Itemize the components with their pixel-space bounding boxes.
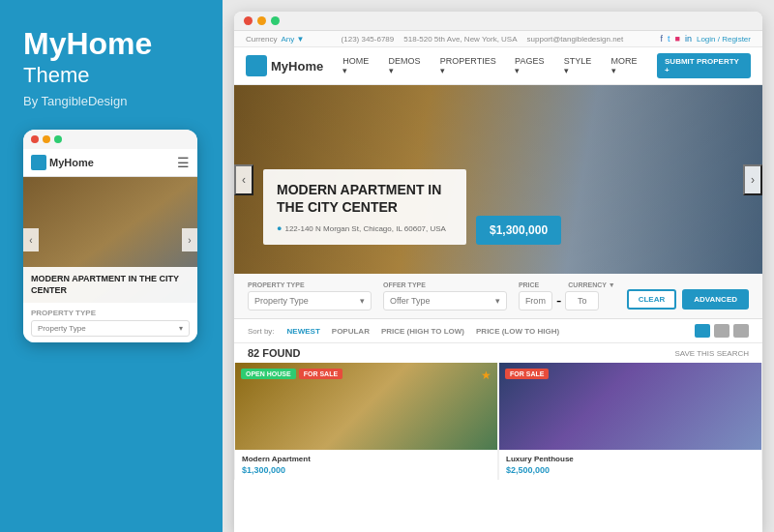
hero-address-text: 122-140 N Morgan St, Chicago, IL 60607, … (284, 224, 446, 233)
mobile-prop-type-label: PROPERTY TYPE (31, 309, 190, 317)
mobile-hero-title: MODERN APARTMENT IN THE CITY CENTER (31, 274, 190, 296)
dot-red (31, 135, 39, 143)
submit-property-button[interactable]: SUBMIT PROPERTY + (657, 53, 751, 78)
price-group: PRICE Currency ▼ From - To (519, 281, 615, 310)
offer-type-select[interactable]: Offer Type ▾ (383, 291, 507, 310)
brand-by: By TangibleDesign (23, 94, 199, 108)
hamburger-icon[interactable]: ☰ (177, 155, 190, 170)
mobile-select-arrow: ▾ (179, 324, 183, 333)
card-1-image: OPEN HOUSE FOR SALE ★ (235, 363, 497, 450)
hero-next-button[interactable]: › (743, 164, 762, 195)
property-card-1[interactable]: OPEN HOUSE FOR SALE ★ Modern Apartment $… (235, 363, 497, 480)
nav-item-more[interactable]: MORE ▾ (611, 56, 643, 75)
desktop-hero: ‹ › MODERN APARTMENT IN THE CITY CENTER … (234, 85, 762, 274)
location-icon: ● (277, 223, 282, 233)
nav-item-properties[interactable]: PROPERTIES ▾ (440, 56, 501, 75)
sort-price-high[interactable]: PRICE (HIGH TO LOW) (376, 325, 469, 338)
address-text: 518-520 5th Ave, New York, USA (403, 35, 517, 44)
nav-item-demos[interactable]: DEMOS ▾ (389, 56, 427, 75)
facebook-icon[interactable]: f (660, 34, 663, 44)
search-bar: PROPERTY TYPE Property Type ▾ OFFER TYPE… (234, 274, 762, 319)
grid-view-icon[interactable] (695, 324, 710, 338)
nav-logo-text: MyHome (271, 59, 323, 74)
sort-popular[interactable]: POPULAR (327, 325, 374, 338)
property-cards: OPEN HOUSE FOR SALE ★ Modern Apartment $… (234, 363, 762, 480)
right-panel: Currency Any ▼ (123) 345-6789 518-520 5t… (223, 0, 774, 532)
desktop-dot-green (271, 16, 280, 25)
mobile-logo: MyHome (31, 155, 94, 170)
sort-newest[interactable]: NEWEST (283, 325, 325, 338)
left-panel: MyHome Theme By TangibleDesign MyHome ☰ … (0, 0, 223, 532)
price-from-input[interactable]: From (519, 291, 552, 310)
advanced-button[interactable]: ADVANCED (682, 289, 749, 310)
instagram-icon[interactable]: ■ (675, 34, 680, 44)
nav-logo-icon (246, 55, 267, 76)
card-2-image: FOR SALE (499, 363, 761, 450)
card-1-price: $1,300,000 (242, 465, 491, 475)
map-view-icon[interactable] (733, 324, 749, 338)
card-2-title: Luxury Penthouse (506, 455, 755, 463)
hero-price-button[interactable]: $1,300,000 (476, 216, 561, 245)
mobile-top-bar (23, 130, 197, 149)
desktop-main-nav: MyHome HOME ▾ DEMOS ▾ PROPERTIES ▾ PAGES… (234, 47, 762, 85)
nav-item-style[interactable]: STYLE ▾ (564, 56, 598, 75)
mobile-nav: MyHome ☰ (23, 149, 197, 177)
found-count: 82 FOUND (248, 347, 300, 359)
view-icons (695, 324, 749, 338)
price-label: PRICE Currency ▼ (519, 281, 615, 288)
mobile-mockup: MyHome ☰ ‹ › MODERN APARTMENT IN THE CIT… (23, 130, 197, 342)
twitter-icon[interactable]: t (668, 34, 670, 44)
mobile-prop-type-select[interactable]: Property Type ▾ (31, 320, 190, 337)
select-arrow: ▾ (360, 296, 365, 306)
clear-button[interactable]: CLEAR (627, 289, 677, 310)
hero-info-box: MODERN APARTMENT IN THE CITY CENTER ● 12… (263, 169, 466, 245)
phone-number: (123) 345-6789 (342, 35, 395, 44)
card-1-info: Modern Apartment $1,300,000 (235, 450, 497, 480)
desktop-logo: MyHome (246, 55, 323, 76)
property-type-label: PROPERTY TYPE (248, 281, 372, 288)
hero-prev-button[interactable]: ‹ (234, 164, 253, 195)
mobile-hero: ‹ › MODERN APARTMENT IN THE CITY CENTER (23, 177, 197, 303)
search-buttons: CLEAR ADVANCED (627, 289, 749, 310)
offer-type-label: OFFER TYPE (383, 281, 507, 288)
price-to-input[interactable]: To (565, 291, 599, 310)
nav-item-home[interactable]: HOME ▾ (342, 56, 374, 75)
sort-label: Sort by: (248, 327, 275, 336)
brand-title: MyHome (23, 27, 199, 61)
desktop-dot-yellow (257, 16, 266, 25)
mobile-prev-button[interactable]: ‹ (23, 228, 39, 251)
currency-value[interactable]: Any ▼ (281, 35, 304, 44)
badge-for-sale: FOR SALE (299, 369, 342, 379)
results-sort-bar: Sort by: NEWEST POPULAR PRICE (HIGH TO L… (234, 319, 762, 343)
property-type-group: PROPERTY TYPE Property Type ▾ (248, 281, 372, 310)
desktop-mockup: Currency Any ▼ (123) 345-6789 518-520 5t… (234, 12, 762, 532)
save-search-link[interactable]: SAVE THIS SEARCH (674, 349, 749, 358)
login-link[interactable]: Login / Register (697, 35, 751, 44)
mobile-logo-icon (31, 155, 46, 170)
currency-label: Currency (246, 35, 277, 44)
star-icon[interactable]: ★ (481, 369, 491, 382)
found-row: 82 FOUND SAVE THIS SEARCH (234, 343, 762, 363)
price-inputs: From - To (519, 291, 615, 310)
contact-info: (123) 345-6789 518-520 5th Ave, New York… (342, 35, 624, 44)
card-2-badges: FOR SALE (505, 369, 549, 379)
property-card-2[interactable]: FOR SALE Luxury Penthouse $2,500,000 (499, 363, 761, 480)
property-type-select[interactable]: Property Type ▾ (248, 291, 372, 310)
mobile-property-section: PROPERTY TYPE Property Type ▾ (23, 303, 197, 342)
offer-type-group: OFFER TYPE Offer Type ▾ (383, 281, 507, 310)
mobile-hero-overlay: MODERN APARTMENT IN THE CITY CENTER (23, 267, 197, 303)
mobile-next-button[interactable]: › (182, 228, 197, 251)
mobile-logo-text: MyHome (49, 157, 94, 168)
badge-for-sale-2: FOR SALE (505, 369, 549, 379)
sort-price-low[interactable]: PRICE (LOW TO HIGH) (471, 325, 564, 338)
dot-green (54, 135, 62, 143)
currency-dropdown[interactable]: Currency ▼ (568, 281, 614, 288)
linkedin-icon[interactable]: in (685, 34, 692, 44)
list-view-icon[interactable] (714, 324, 729, 338)
email-text: support@tangibledesign.net (527, 35, 624, 44)
price-dash: - (556, 292, 561, 310)
brand-subtitle: Theme (23, 63, 199, 88)
hero-address: ● 122-140 N Morgan St, Chicago, IL 60607… (277, 223, 453, 233)
mobile-prop-type-value: Property Type (38, 324, 86, 333)
nav-item-pages[interactable]: PAGES ▾ (515, 56, 551, 75)
